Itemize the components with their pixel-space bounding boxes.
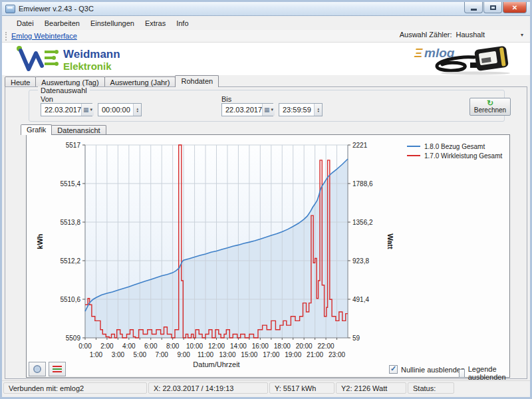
svg-text:1788,6: 1788,6: [352, 180, 373, 188]
tab-datenansicht[interactable]: Datenansicht: [51, 125, 106, 135]
svg-text:21:00: 21:00: [307, 351, 323, 358]
chevron-down-icon[interactable]: ▾: [521, 32, 523, 38]
svg-text:6:00: 6:00: [144, 342, 158, 350]
svg-text:16:00: 16:00: [252, 342, 269, 350]
maximize-button[interactable]: [483, 2, 502, 13]
von-time-input[interactable]: 00:00:00 ▴▾: [98, 103, 142, 116]
tab-heute[interactable]: Heute: [5, 76, 36, 87]
legend-row-bezug: 1.8.0 Bezug Gesamt: [407, 142, 502, 151]
svg-text:9:00: 9:00: [177, 351, 190, 358]
svg-text:Datum/Uhrzeit: Datum/Uhrzeit: [193, 360, 239, 368]
svg-text:12:00: 12:00: [208, 342, 225, 350]
svg-text:14:00: 14:00: [230, 342, 247, 350]
emlog-prefix: Ξ: [414, 46, 423, 60]
header-band: Weidmann Elektronik Ξ mlog: [2, 43, 530, 75]
svg-text:4:00: 4:00: [122, 342, 136, 350]
brand-company-line1: Weidmann: [63, 48, 120, 61]
tab-rohdaten[interactable]: Rohdaten: [175, 75, 219, 87]
meter-select-value[interactable]: Haushalt: [456, 31, 485, 39]
bis-time-input[interactable]: 23:59:59 ▴▾: [279, 103, 323, 116]
application-window: Emviewer v.2.43 - Q3C ✕ Datei Bearbeiten…: [0, 0, 532, 399]
bis-time-value: 23:59:59: [283, 106, 311, 114]
bis-label: Bis: [221, 95, 231, 103]
status-y2-value: Y2: 2126 Watt: [336, 382, 406, 394]
zoom-reset-button[interactable]: [29, 362, 46, 376]
svg-text:1:00: 1:00: [90, 351, 103, 358]
status-x-value: X: 22.03.2017 / 14:19:13: [148, 382, 268, 394]
legende-checkbox-row: Legende ausblenden: [459, 365, 509, 381]
legend-row-wirkleistung: 1.7.0 Wirkleistung Gesamt: [407, 151, 502, 160]
status-status: Status:: [408, 382, 454, 394]
svg-text:15:00: 15:00: [241, 351, 257, 358]
svg-text:2:00: 2:00: [100, 342, 114, 350]
chevron-down-icon: ▾: [271, 107, 274, 112]
svg-text:1356,2: 1356,2: [352, 219, 373, 226]
menu-extras[interactable]: Extras: [140, 18, 171, 29]
menu-bar: Datei Bearbeiten Einstellungen Extras In…: [2, 17, 530, 30]
menu-einstellungen[interactable]: Einstellungen: [85, 18, 140, 29]
svg-text:5512,2: 5512,2: [60, 257, 80, 265]
berechnen-button[interactable]: ↻ Berechnen: [469, 98, 511, 116]
bis-date-picker-button[interactable]: ▦ ▾: [262, 104, 275, 116]
nullinie-checkbox-row: Nullinie ausblenden: [389, 365, 465, 374]
legend-line-red: [407, 155, 420, 156]
svg-text:8:00: 8:00: [166, 342, 180, 350]
close-button[interactable]: ✕: [503, 2, 527, 13]
berechnen-label: Berechnen: [474, 106, 506, 114]
von-time-spinner[interactable]: ▴▾: [133, 104, 141, 116]
window-title: Emviewer v.2.43 - Q3C: [19, 5, 94, 13]
menu-datei[interactable]: Datei: [11, 18, 39, 29]
curve-settings-button[interactable]: [49, 362, 66, 376]
tab-auswertung-jahr[interactable]: Auswertung (Jahr): [104, 76, 176, 87]
zoom-reset-icon: [33, 365, 41, 373]
von-label: Von: [41, 95, 53, 103]
svg-text:2221: 2221: [352, 142, 368, 149]
spinner-down-icon: ▾: [317, 110, 319, 112]
svg-text:23:00: 23:00: [329, 351, 345, 358]
bis-time-spinner[interactable]: ▴▾: [314, 104, 322, 116]
view-tabstrip: Grafik Datenansicht: [21, 124, 106, 135]
bis-date-input[interactable]: 22.03.2017 ▦ ▾: [221, 103, 273, 116]
tab-grafik[interactable]: Grafik: [21, 124, 52, 135]
menu-bearbeiten[interactable]: Bearbeiten: [39, 18, 85, 29]
meter-select-label: Auswahl Zähler:: [400, 31, 452, 39]
svg-text:5:00: 5:00: [134, 351, 147, 358]
tab-auswertung-tag[interactable]: Auswertung (Tag): [35, 76, 104, 87]
spinner-down-icon: ▾: [136, 110, 138, 112]
status-bar: Verbunden mit: emlog2 X: 22.03.2017 / 14…: [2, 380, 530, 395]
legende-checkbox[interactable]: [459, 369, 465, 378]
status-y-value: Y: 5517 kWh: [269, 382, 334, 394]
svg-text:22:00: 22:00: [318, 342, 334, 350]
von-time-value: 00:00:00: [102, 106, 130, 114]
emlog-webinterface-link[interactable]: Emlog Webinterface: [11, 32, 77, 40]
svg-text:7:00: 7:00: [155, 351, 168, 358]
brand-company-line2: Elektronik: [63, 61, 112, 72]
emlog-logo-device: Ξ mlog: [396, 43, 515, 75]
legend-line-blue: [407, 146, 420, 147]
svg-text:11:00: 11:00: [198, 351, 214, 358]
svg-text:5517: 5517: [66, 142, 81, 149]
menu-info[interactable]: Info: [171, 18, 194, 29]
title-bar[interactable]: Emviewer v.2.43 - Q3C ✕: [2, 2, 530, 16]
svg-text:923,8: 923,8: [352, 257, 369, 265]
refresh-icon: ↻: [487, 100, 493, 106]
minimize-button[interactable]: [464, 2, 483, 13]
nullinie-checkbox-label: Nullinie ausblenden: [401, 366, 465, 374]
legend-label-bezug: 1.8.0 Bezug Gesamt: [424, 143, 485, 150]
toolbar-grip[interactable]: [5, 32, 7, 41]
von-date-input[interactable]: 22.03.2017 ▦ ▾: [41, 103, 92, 116]
svg-text:5513,8: 5513,8: [60, 219, 80, 226]
svg-text:20:00: 20:00: [296, 342, 313, 350]
weidmann-logo: Weidmann Elektronik: [14, 44, 174, 74]
nullinie-checkbox[interactable]: [389, 365, 398, 374]
svg-text:17:00: 17:00: [263, 351, 279, 358]
legende-checkbox-label: Legende ausblenden: [468, 365, 509, 381]
svg-text:5510,6: 5510,6: [60, 296, 80, 303]
chart-svg[interactable]: 55095510,65512,25513,85515,4551759491,49…: [27, 135, 509, 377]
chart-legend: 1.8.0 Bezug Gesamt 1.7.0 Wirkleistung Ge…: [407, 142, 502, 160]
svg-text:59: 59: [352, 334, 360, 342]
svg-text:13:00: 13:00: [219, 351, 235, 358]
svg-text:0:00: 0:00: [78, 342, 92, 350]
von-date-picker-button[interactable]: ▦ ▾: [81, 104, 94, 116]
svg-text:491,4: 491,4: [352, 296, 369, 303]
